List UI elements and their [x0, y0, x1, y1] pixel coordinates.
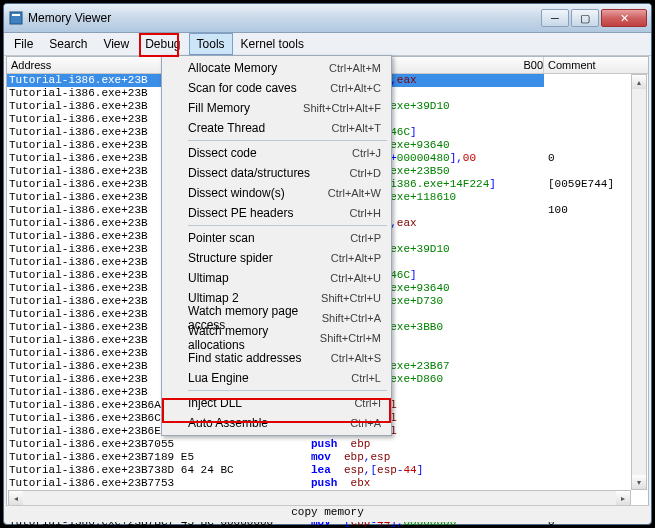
statusbar: copy memory	[6, 505, 649, 522]
svg-rect-1	[12, 14, 20, 16]
menu-separator	[188, 390, 387, 391]
menu-search[interactable]: Search	[41, 33, 95, 55]
titlebar[interactable]: Memory Viewer ─ ▢ ✕	[4, 4, 651, 33]
menu-item-dissect-data-structures[interactable]: Dissect data/structuresCtrl+D	[164, 163, 389, 183]
col-address[interactable]: Address	[7, 57, 162, 73]
asm-row[interactable]: Tutorial-i386.exe+23B7189 E5mov ebp,esp	[7, 451, 648, 464]
scroll-up-button[interactable]: ▴	[632, 75, 646, 89]
menu-item-dissect-code[interactable]: Dissect codeCtrl+J	[164, 143, 389, 163]
status-text: copy memory	[291, 506, 364, 518]
menu-file[interactable]: File	[6, 33, 41, 55]
menu-item-inject-dll[interactable]: Inject DLLCtrl+I	[164, 393, 389, 413]
menu-item-watch-memory-allocations[interactable]: Watch memory allocationsShift+Ctrl+M	[164, 328, 389, 348]
app-icon	[8, 10, 24, 26]
minimize-button[interactable]: ─	[541, 9, 569, 27]
menu-item-fill-memory[interactable]: Fill MemoryShift+Ctrl+Alt+F	[164, 98, 389, 118]
menu-debug[interactable]: Debug	[137, 33, 188, 55]
vertical-scrollbar[interactable]: ▴ ▾	[631, 74, 647, 490]
scroll-down-button[interactable]: ▾	[632, 475, 646, 489]
window-title: Memory Viewer	[28, 11, 539, 25]
menu-view[interactable]: View	[95, 33, 137, 55]
menu-item-auto-assemble[interactable]: Auto AssembleCtrl+A	[164, 413, 389, 433]
menu-item-dissect-window-s-[interactable]: Dissect window(s)Ctrl+Alt+W	[164, 183, 389, 203]
menubar: FileSearchViewDebugToolsKernel tools	[4, 33, 651, 56]
menu-item-lua-engine[interactable]: Lua EngineCtrl+L	[164, 368, 389, 388]
horizontal-scrollbar[interactable]: ◂ ▸	[8, 490, 631, 506]
menu-separator	[188, 140, 387, 141]
tools-menu-dropdown: Allocate MemoryCtrl+Alt+MScan for code c…	[161, 55, 392, 436]
asm-row[interactable]: Tutorial-i386.exe+23B7753push ebx	[7, 477, 648, 490]
asm-row[interactable]: Tutorial-i386.exe+23B738D 64 24 BClea es…	[7, 464, 648, 477]
memory-viewer-window: Memory Viewer ─ ▢ ✕ FileSearchViewDebugT…	[3, 3, 652, 525]
scroll-left-button[interactable]: ◂	[9, 491, 23, 505]
asm-row[interactable]: Tutorial-i386.exe+23B7055push ebp	[7, 438, 648, 451]
close-button[interactable]: ✕	[601, 9, 647, 27]
menu-item-allocate-memory[interactable]: Allocate MemoryCtrl+Alt+M	[164, 58, 389, 78]
menu-item-ultimap[interactable]: UltimapCtrl+Alt+U	[164, 268, 389, 288]
col-comment[interactable]: Comment	[543, 57, 648, 73]
menu-separator	[188, 225, 387, 226]
menu-item-structure-spider[interactable]: Structure spiderCtrl+Alt+P	[164, 248, 389, 268]
menu-item-pointer-scan[interactable]: Pointer scanCtrl+P	[164, 228, 389, 248]
menu-item-find-static-addresses[interactable]: Find static addressesCtrl+Alt+S	[164, 348, 389, 368]
menu-item-create-thread[interactable]: Create ThreadCtrl+Alt+T	[164, 118, 389, 138]
menu-item-dissect-pe-headers[interactable]: Dissect PE headersCtrl+H	[164, 203, 389, 223]
maximize-button[interactable]: ▢	[571, 9, 599, 27]
svg-rect-0	[10, 12, 22, 24]
menu-item-scan-for-code-caves[interactable]: Scan for code cavesCtrl+Alt+C	[164, 78, 389, 98]
menu-tools[interactable]: Tools	[189, 33, 233, 55]
scroll-right-button[interactable]: ▸	[616, 491, 630, 505]
menu-kernel-tools[interactable]: Kernel tools	[233, 33, 312, 55]
